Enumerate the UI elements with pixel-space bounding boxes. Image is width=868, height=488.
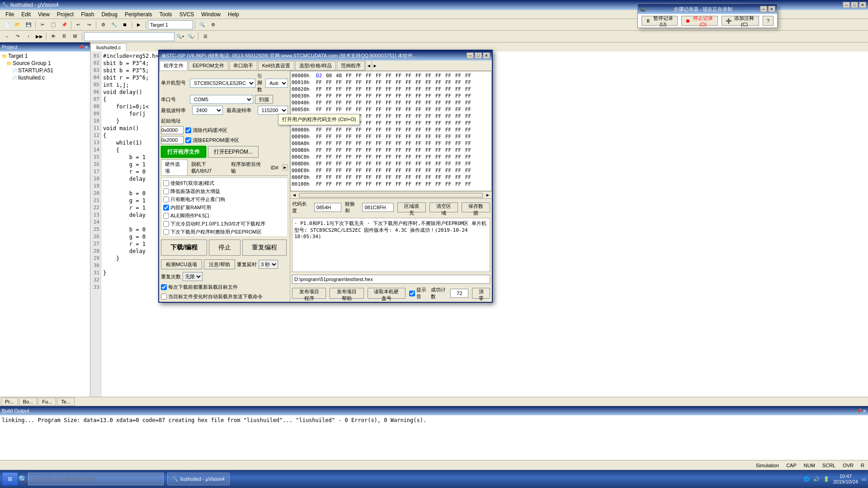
tab-templates[interactable]: Te... [57,398,75,406]
clear-code-checkbox[interactable] [185,127,191,133]
stop-button[interactable]: ⏹ [120,20,130,30]
start-button[interactable]: ⊞ [2,472,18,486]
menu-window[interactable]: Window [198,10,224,19]
clear-count-button[interactable]: 清零 [472,288,490,299]
menu-project[interactable]: Project [53,10,77,19]
clear-region-button[interactable]: 清空区域 [429,202,458,212]
source-group-item[interactable]: 📁 Source Group 1 [1,60,89,67]
main-file-item[interactable]: 📄 liushuiled.c [1,74,89,81]
nav-tab-model[interactable]: 选型/价格/样品 [295,61,336,70]
search-button[interactable]: 🔍 [197,20,207,30]
close-button[interactable]: ✕ [859,2,866,8]
read-id-button[interactable]: 读取本机硬盘号 [368,288,406,299]
cb-wdt[interactable] [163,197,169,202]
max-baud-select[interactable]: 115200 [258,106,288,115]
clear-eeprom-checkbox-label[interactable]: 清除EEPROM缓冲区 [185,137,239,144]
step-over-button[interactable]: ↷ [13,32,23,42]
recorder-min-button[interactable]: ─ [760,6,767,12]
inner-tab-hardware[interactable]: 硬件选项 [161,160,188,175]
build-close-button[interactable]: ✕ [863,408,866,413]
open-button[interactable]: 📂 [13,20,23,30]
fill-region-button[interactable]: 区域填充 [397,202,426,212]
ref-select[interactable]: Auto [265,79,288,88]
nav-tab-eeprom[interactable]: EEPROM文件 [189,61,228,70]
scroll-track[interactable] [299,193,483,197]
hex-view[interactable]: 00000hD20848FFFFFFFFFFFFFFFFFFFFFFFFFF00… [290,71,492,191]
reload-checkbox[interactable] [161,284,167,290]
menu-edit[interactable]: Edit [18,10,34,19]
scroll-right-btn[interactable]: ► [484,192,492,197]
build-button[interactable]: ⚙ [98,20,108,30]
open-eeprom-button[interactable]: 打开EEPROM... [208,146,259,158]
menu-tools[interactable]: Tools [156,10,176,19]
nav-tab-program[interactable]: 程序文件 [160,61,188,70]
code-len-input[interactable] [314,203,341,212]
scan-button[interactable]: 扫描 [255,95,273,104]
menu-peripherals[interactable]: Peripherals [121,10,156,19]
nav-tab-scroll-right[interactable]: ► [372,61,378,70]
tab-project[interactable]: Pr... [1,398,18,406]
inner-tab-offline[interactable]: 脱机下载/U8/U7 [188,160,228,175]
reload-checkbox-label[interactable]: 每次下载前都重新装载目标文件 [161,284,288,291]
menu-help[interactable]: Help [224,10,243,19]
startup-file-item[interactable]: 📄 STARTUP.A51 [1,67,89,74]
editor-tab-main[interactable]: liushuiled.c [90,43,127,51]
detect-button[interactable]: 检测MCU选项 [161,259,202,269]
repeat-button[interactable]: 重复编程 [242,239,287,256]
options-button[interactable]: ☰ [200,32,210,42]
open-file-button[interactable]: 打开程序文件 [161,146,206,158]
cb-osc[interactable] [163,188,169,194]
step-out-button[interactable]: ↑ [24,32,33,42]
show-desktop[interactable]: ▭ [862,476,866,482]
hint-checkbox[interactable] [409,291,415,296]
download-stop-button[interactable]: 停止 [209,239,241,256]
scroll-left-btn[interactable]: ◄ [290,192,298,197]
hint-checkbox-label[interactable]: 提示音 [409,286,427,300]
debug-button[interactable]: ▶ [134,20,144,30]
recorder-close-button[interactable]: ✕ [768,6,775,12]
publish-help-button[interactable]: 发布项目帮助 [330,288,363,299]
nav-tab-scroll-left[interactable]: ◄ [365,61,372,70]
cb-cold-label[interactable]: 下次冷启动时,P1.0/P1.1为0/0才可下载程序 [163,221,286,227]
cb-ale[interactable] [163,213,169,219]
port-select[interactable]: COM5 [190,95,253,104]
recorder-pause-button[interactable]: ⏸ 暂停记录(U) [642,16,678,26]
menu-svcs[interactable]: SVCS [176,10,198,19]
recorder-stop-button[interactable]: ⏺ 停止记录(O) [681,16,718,26]
cb-ram[interactable] [163,205,169,211]
clear-code-checkbox-label[interactable]: 清除代码缓冲区 [185,127,227,134]
zoom-in[interactable]: 🔍+ [175,32,185,42]
stc-max-button[interactable]: □ [475,52,482,59]
panel-pin-button[interactable]: 📌 [78,45,84,50]
note-button[interactable]: 注意/帮助 [204,259,235,269]
menu-file[interactable]: File [2,10,18,19]
undo-button[interactable]: ↩ [73,20,83,30]
watch-button[interactable]: 👁 [48,32,58,42]
target-input[interactable] [148,20,193,29]
taskbar-keil-item[interactable]: 🔧 liushuiled - µVision4 [167,473,230,485]
stc-close-button[interactable]: ✕ [483,52,490,59]
stc-min-button[interactable]: ─ [467,52,474,59]
cb-osc-label[interactable]: 降低振荡器的放大增益 [163,188,286,195]
clear-eeprom-checkbox[interactable] [185,137,191,143]
min-baud-select[interactable]: 2400 [192,106,223,115]
mem-button[interactable]: M [70,32,80,42]
cb-ram-label[interactable]: 内部扩展RAM可用 [163,204,286,211]
addr1-input[interactable] [161,126,184,134]
recorder-add-button[interactable]: ➕ 添加注释(C) [722,16,759,26]
mcu-select[interactable]: STC89C52RC/LE52RC [190,79,255,88]
menu-view[interactable]: View [34,10,53,19]
cb-ale-label[interactable]: ALE脚用作P4.5口 [163,212,286,219]
repeat-delay-select[interactable]: 3 秒 [259,260,278,269]
step-button[interactable]: → [2,32,12,42]
paste-button[interactable]: 📌 [59,20,69,30]
addr2-input[interactable] [161,136,184,144]
cb-wdt-label[interactable]: 只有断电才可停止看门狗 [163,196,286,203]
tab-build[interactable]: Bo... [19,398,38,406]
inner-tab-id[interactable]: ID# [267,164,282,171]
menu-flash[interactable]: Flash [77,10,98,19]
publish-button[interactable]: 发布项目程序 [292,288,326,299]
file-path-input[interactable] [292,275,490,284]
cut-button[interactable]: ✂ [38,20,47,30]
save-data-button[interactable]: 保存数据 [462,202,490,212]
